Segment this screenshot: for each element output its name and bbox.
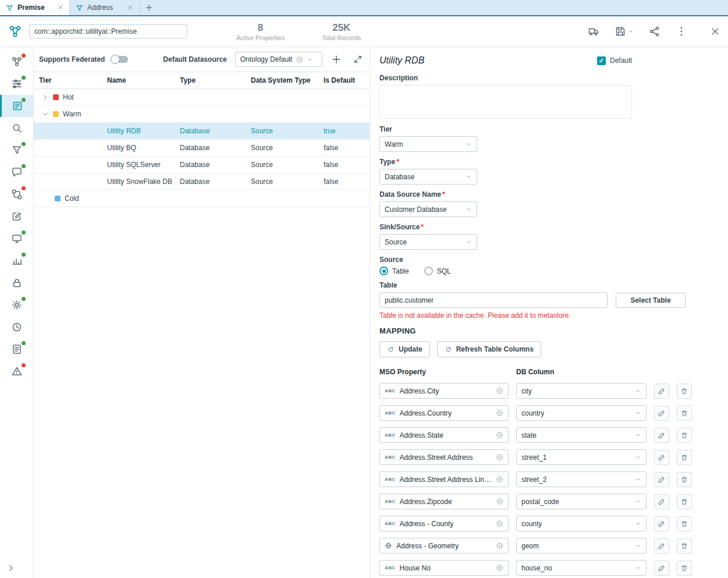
kebab-menu-icon[interactable] [676, 26, 687, 37]
table-name-input[interactable] [379, 292, 608, 308]
close-icon[interactable] [711, 27, 720, 36]
supports-federated-toggle[interactable] [112, 56, 128, 63]
clear-icon[interactable] [496, 498, 503, 505]
truck-icon[interactable] [588, 26, 599, 37]
clear-icon[interactable] [496, 542, 503, 549]
sidebar-item-audit[interactable] [0, 338, 33, 360]
sidebar-item-security[interactable] [0, 272, 33, 294]
expand-panel-icon[interactable] [353, 55, 363, 64]
clear-icon[interactable] [496, 476, 503, 483]
sidebar-item-workflow[interactable] [0, 183, 33, 205]
description-textarea[interactable] [379, 85, 632, 119]
delete-button[interactable] [677, 516, 692, 531]
select-table-button[interactable]: Select Table [616, 293, 686, 308]
clear-icon[interactable] [496, 453, 503, 461]
db-column-select[interactable]: street_1 [516, 449, 647, 465]
sidebar-item-edit[interactable] [0, 205, 33, 228]
radio-sql[interactable]: SQL [424, 267, 451, 275]
mso-property-field[interactable]: ABC Address.City [379, 383, 509, 399]
delete-button[interactable] [677, 450, 692, 465]
table-row[interactable]: Utility RDB Database Source true [34, 123, 370, 140]
save-menu[interactable] [615, 26, 634, 37]
default-datasource-select[interactable]: Ontology Default [235, 52, 322, 67]
db-column-select[interactable]: street_2 [516, 471, 647, 487]
mso-property-field[interactable]: ABC Address - County [379, 516, 509, 531]
edit-button[interactable] [654, 561, 669, 576]
db-column-select[interactable]: geom [516, 538, 647, 554]
sidebar-item-alerts[interactable] [0, 360, 33, 382]
sidebar-item-datasources[interactable] [0, 95, 33, 117]
mso-property-field[interactable]: ABC Address.Street Address Line 2 [379, 471, 509, 487]
table-row[interactable]: Utility BQ Database Source false [34, 140, 370, 157]
clear-icon[interactable] [496, 431, 503, 439]
mso-property-field[interactable]: ABC Address.Zipcode [379, 494, 509, 509]
close-icon[interactable] [127, 5, 133, 10]
clear-icon[interactable] [496, 520, 503, 527]
close-icon[interactable] [58, 5, 63, 10]
delete-button[interactable] [677, 538, 692, 554]
mso-property-field[interactable]: ABC House No [379, 560, 509, 576]
new-tab-button[interactable] [140, 0, 158, 15]
tab-premise[interactable]: Premise [0, 0, 70, 15]
clear-icon[interactable] [296, 56, 303, 63]
delete-button[interactable] [677, 561, 692, 576]
sidebar-item-search[interactable] [0, 117, 33, 139]
edit-button[interactable] [654, 428, 669, 443]
db-column-select[interactable]: house_no [516, 560, 647, 576]
clear-icon[interactable] [496, 387, 503, 395]
expand-sidebar-icon[interactable] [7, 564, 15, 572]
table-row[interactable]: Utility SnowFlake DB Database Source fal… [34, 173, 370, 190]
update-button[interactable]: Update [379, 341, 430, 357]
sink-source-select[interactable]: Source [379, 234, 477, 250]
db-column-select[interactable]: city [516, 383, 647, 399]
default-checkbox[interactable]: ✓ Default [597, 56, 632, 65]
refresh-table-columns-button[interactable]: Refresh Table Columns [437, 341, 541, 357]
delete-button[interactable] [677, 428, 692, 443]
db-column-select[interactable]: state [516, 427, 647, 443]
sidebar-item-analytics[interactable] [0, 250, 33, 272]
tab-address[interactable]: Address [70, 0, 140, 15]
delete-button[interactable] [677, 384, 692, 399]
tier-row-warm[interactable]: Warm [34, 106, 370, 123]
sidebar-item-ontology[interactable] [0, 51, 33, 73]
edit-button[interactable] [654, 538, 669, 554]
delete-button[interactable] [677, 472, 692, 487]
db-column-select[interactable]: county [516, 516, 647, 531]
table-row[interactable]: Utility SQLServer Database Source false [34, 157, 370, 173]
mso-property-field[interactable]: ABC Address.Country [379, 405, 509, 421]
edit-button[interactable] [654, 494, 669, 509]
radio-table[interactable]: Table [379, 267, 409, 275]
sidebar-item-settings[interactable] [0, 294, 33, 316]
sidebar-item-monitor[interactable] [0, 228, 33, 250]
clear-icon[interactable] [496, 564, 503, 572]
delete-button[interactable] [677, 406, 692, 421]
tier-select[interactable]: Warm [379, 136, 477, 152]
chevron-down-icon[interactable] [42, 111, 49, 118]
edit-button[interactable] [654, 406, 669, 421]
save-icon[interactable] [615, 26, 626, 37]
add-datasource-icon[interactable] [331, 54, 342, 65]
mso-property-field[interactable]: ABC Address.State [379, 427, 509, 443]
data-source-name-select[interactable]: Customer Database [379, 201, 477, 217]
pencil-icon [658, 476, 666, 484]
tier-row-hot[interactable]: Hot [34, 89, 370, 106]
delete-button[interactable] [677, 494, 692, 509]
sidebar-item-pipelines[interactable] [0, 73, 33, 95]
type-select[interactable]: Database [379, 169, 477, 185]
edit-button[interactable] [654, 384, 669, 399]
chevron-right-icon[interactable] [42, 94, 49, 101]
edit-button[interactable] [654, 516, 669, 531]
clear-icon[interactable] [496, 409, 503, 417]
ontology-id-input[interactable] [29, 24, 187, 38]
mso-property-field[interactable]: ABC Address.Street Address [379, 449, 509, 465]
sidebar-item-filters[interactable] [0, 139, 33, 161]
db-column-select[interactable]: postal_code [516, 494, 647, 509]
sidebar-item-history[interactable] [0, 316, 33, 338]
hub-icon[interactable] [649, 26, 660, 37]
tier-row-cold[interactable]: Cold [34, 190, 370, 207]
sidebar-item-chat[interactable] [0, 161, 33, 183]
db-column-select[interactable]: country [516, 405, 647, 421]
edit-button[interactable] [654, 472, 669, 487]
mso-property-field[interactable]: Address - Geometry [379, 538, 509, 554]
edit-button[interactable] [654, 450, 669, 465]
